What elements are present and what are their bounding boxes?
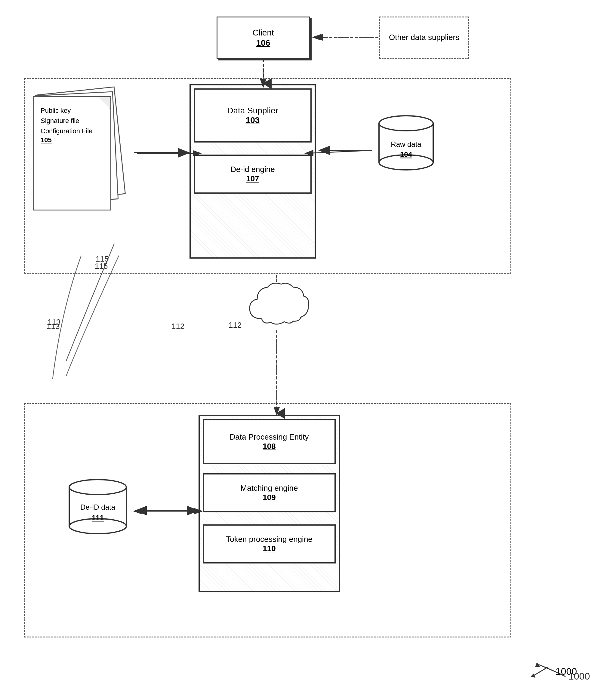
dpe-number: 108 [263,442,275,451]
raw-data-svg: Raw data 104 [373,114,439,174]
label-115: 115 [95,261,108,271]
cloud-svg [244,280,310,328]
config-file-number: 105 [41,136,104,144]
data-supplier-number: 103 [246,115,260,125]
ref-arrow-svg [527,664,551,679]
data-supplier-label: Data Supplier [227,106,278,115]
config-file-label: Configuration File [41,127,104,135]
other-suppliers-label: Other data suppliers [389,33,459,43]
svg-point-12 [379,116,433,131]
svg-text:111: 111 [92,514,104,522]
signature-file-label: Signature file [41,117,104,125]
data-supplier-outer-box: Data Supplier 103 De-id engine 107 [189,84,316,259]
svg-text:104: 104 [400,150,412,158]
token-processing-box: Token processing engine 110 [203,524,336,564]
de-id-engine-label: De-id engine [230,165,275,174]
data-supplier-inner-box: Data Supplier 103 [194,88,312,143]
config-file-stack: Public key Signature file Configuration … [33,87,132,235]
svg-point-17 [69,480,126,495]
public-key-label: Public key [41,107,104,114]
diagram: Client 106 Other data suppliers Public k… [0,0,607,700]
svg-text:De-ID data: De-ID data [80,503,116,511]
de-id-engine-number: 107 [246,174,259,184]
ref-number-container: 1000 [527,664,577,679]
de-id-svg: De-ID data 111 [63,478,132,538]
de-id-engine-box: De-id engine 107 [194,154,312,194]
dpe-inner-box: Data Processing Entity 108 [203,419,336,464]
matching-engine-label: Matching engine [240,484,298,493]
dpe-outer-box: Data Processing Entity 108 Matching engi… [198,415,340,592]
token-processing-number: 110 [263,544,275,553]
client-box: Client 106 [216,17,310,59]
svg-marker-22 [530,674,536,678]
token-processing-label: Token processing engine [226,535,313,544]
cloud-shape [244,280,310,328]
svg-text:112: 112 [229,320,242,330]
raw-data-cylinder: Raw data 104 [373,114,439,174]
svg-text:Raw data: Raw data [391,140,421,148]
matching-engine-box: Matching engine 109 [203,473,336,512]
ref-number: 1000 [556,666,577,677]
client-number: 106 [256,38,270,48]
client-label: Client [252,27,274,38]
label-113: 113 [47,322,60,331]
other-suppliers-box: Other data suppliers [379,17,469,59]
de-id-data-cylinder: De-ID data 111 [63,478,132,538]
svg-line-21 [533,667,548,676]
dpe-label: Data Processing Entity [230,432,309,442]
matching-engine-number: 109 [263,493,275,502]
label-112: 112 [171,322,184,331]
